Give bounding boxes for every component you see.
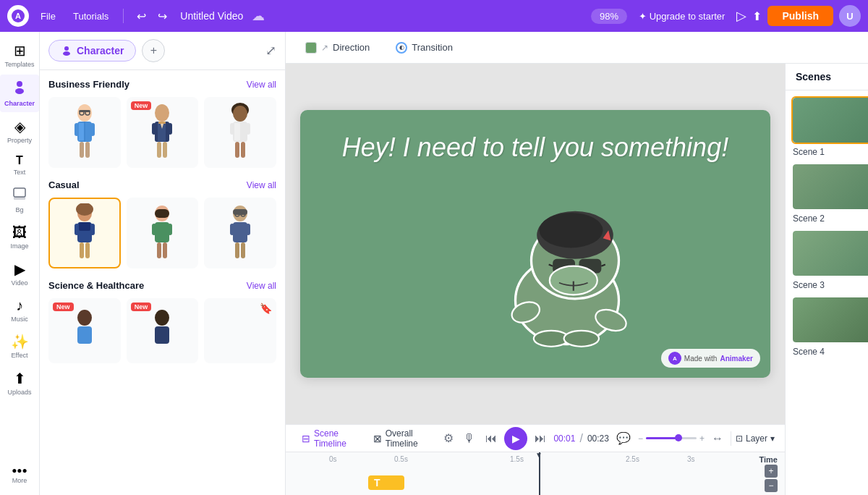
sidebar-item-image[interactable]: 🖼 Image	[0, 220, 39, 255]
sidebar-item-video[interactable]: ▶ Video	[0, 256, 39, 292]
canvas-scenes-row: Hey! I need to tell you something!	[286, 64, 868, 495]
scene-thumb-bg-3	[793, 231, 868, 276]
expand-panel-button[interactable]: ⤢	[265, 43, 276, 59]
character-panel: Character + ⤢ Business Friendly View all	[40, 32, 286, 495]
timeline-track-item[interactable]: T	[368, 475, 404, 490]
character-tab[interactable]: Character	[48, 40, 136, 62]
mic-button[interactable]: 🎙	[461, 431, 478, 447]
business-view-all[interactable]: View all	[247, 80, 276, 90]
character-tab-icon	[61, 45, 72, 56]
add-character-button[interactable]: +	[142, 39, 165, 62]
svg-rect-41	[75, 224, 79, 235]
upgrade-button[interactable]: ✦ Upgrade to starter	[633, 8, 731, 25]
overall-timeline-tab[interactable]: ⊠ Overall Timeline	[367, 426, 434, 452]
sidebar-item-uploads[interactable]: ⬆ Uploads	[0, 365, 39, 401]
svg-point-3	[15, 88, 24, 94]
zoom-in-button[interactable]: +	[765, 465, 778, 478]
canvas-text: Hey! I need to tell you something!	[320, 110, 750, 163]
icon-sidebar: ⊞ Templates Character ◈ Property T Text …	[0, 32, 40, 495]
property-icon: ◈	[14, 118, 25, 135]
preview-button[interactable]: ▷	[736, 8, 746, 24]
char-card-9[interactable]: 🔖	[204, 298, 276, 363]
sidebar-item-character[interactable]: Character	[0, 75, 39, 112]
main-layout: ⊞ Templates Character ◈ Property T Text …	[0, 32, 868, 495]
topbar: A File Tutorials ↩ ↪ Untitled Video ☁ 98…	[0, 0, 868, 32]
canvas[interactable]: Hey! I need to tell you something!	[300, 110, 770, 378]
layer-selector[interactable]: ⊡ Layer ▾	[736, 433, 775, 444]
sidebar-item-effect[interactable]: ✨ Effect	[0, 329, 39, 364]
zoom-level[interactable]: 98%	[591, 9, 627, 24]
user-avatar[interactable]: U	[839, 5, 861, 27]
scene-item-2[interactable]: ▶ Scene 2 00:03	[791, 163, 868, 224]
file-menu[interactable]: File	[35, 8, 61, 25]
sidebar-item-music[interactable]: ♪ Music	[0, 293, 39, 328]
video-title[interactable]: Untitled Video	[180, 10, 243, 22]
ruler-mark-3s: 3s	[687, 455, 695, 463]
scene-thumb-bg-2	[793, 164, 868, 209]
scene-item-4[interactable]: ▶ Scene 4 00:03	[791, 296, 868, 357]
ruler-mark-0s: 0s	[329, 455, 337, 463]
uploads-icon: ⬆	[14, 370, 26, 387]
char-card-2[interactable]: New	[127, 97, 199, 168]
svg-rect-13	[79, 123, 84, 140]
redo-button[interactable]: ↪	[153, 8, 171, 25]
cloud-icon: ☁	[252, 8, 265, 24]
healthcare-view-all[interactable]: View all	[247, 281, 276, 291]
svg-rect-15	[75, 123, 79, 136]
svg-rect-42	[90, 224, 95, 235]
text-icon: T	[16, 154, 23, 167]
transition-icon: ◐	[396, 42, 407, 54]
char-card-8[interactable]: New	[127, 298, 199, 363]
canvas-wrapper: Hey! I need to tell you something!	[286, 64, 785, 424]
scene-thumb-1: ▶	[791, 96, 868, 144]
direction-button[interactable]: ↗ Direction	[296, 38, 379, 58]
separator	[123, 9, 124, 23]
play-button[interactable]: ▶	[504, 427, 527, 450]
scene-name-3: Scene 3	[793, 280, 825, 290]
char-card-1[interactable]	[48, 97, 121, 168]
svg-rect-32	[234, 123, 240, 140]
templates-icon: ⊞	[14, 42, 26, 59]
skip-back-button[interactable]: ⏮	[482, 431, 500, 447]
playhead[interactable]	[539, 452, 540, 495]
char-card-4[interactable]	[48, 198, 121, 268]
char-figure-2	[143, 103, 181, 162]
sidebar-item-bg[interactable]: Bg	[0, 182, 39, 219]
scene-info-1: Scene 1 00:03	[791, 147, 868, 157]
canvas-character	[488, 197, 647, 356]
publish-button[interactable]: Publish	[767, 6, 833, 26]
scene-item-1[interactable]: ▶ Scene 1 00:03	[791, 96, 868, 157]
tutorials-menu[interactable]: Tutorials	[67, 8, 114, 25]
skip-forward-button[interactable]: ⏭	[532, 431, 549, 447]
scene-timeline-icon: ⊟	[302, 433, 310, 444]
expand-button[interactable]: ↔	[709, 431, 726, 447]
scene-info-3: Scene 3 00:03	[791, 280, 868, 290]
sidebar-item-templates[interactable]: ⊞ Templates	[0, 38, 39, 73]
undo-button[interactable]: ↩	[132, 8, 150, 25]
scene-timeline-tab[interactable]: ⊟ Scene Timeline	[296, 426, 360, 452]
zoom-out-button[interactable]: −	[765, 479, 778, 492]
settings-button[interactable]: ⚙	[441, 430, 456, 447]
svg-rect-35	[235, 142, 239, 158]
caption-button[interactable]: 💬	[613, 430, 634, 447]
char-card-6[interactable]	[204, 198, 276, 268]
svg-rect-24	[152, 123, 156, 135]
char-figure-4	[66, 203, 103, 263]
scene-item-3[interactable]: ▶ Scene 3 00:03	[791, 229, 868, 290]
watermark-text: Made with	[684, 355, 718, 363]
sidebar-item-more[interactable]: ●●● More	[0, 461, 39, 489]
svg-point-68	[540, 213, 603, 248]
char-card-3[interactable]	[204, 97, 276, 168]
toolbar: ↗ Direction ◐ Transition	[286, 32, 868, 64]
sidebar-item-property[interactable]: ◈ Property	[0, 114, 39, 149]
share-button[interactable]: ⬆	[752, 9, 762, 23]
sidebar-item-text[interactable]: T Text	[0, 150, 39, 181]
scene-thumb-3: ▶	[791, 229, 868, 277]
char-card-7[interactable]: New	[48, 298, 121, 363]
casual-view-all[interactable]: View all	[247, 180, 276, 190]
transition-button[interactable]: ◐ Transition	[386, 38, 462, 58]
svg-rect-16	[90, 123, 95, 136]
volume-slider[interactable]: − +	[638, 433, 705, 444]
char-card-5[interactable]	[127, 198, 199, 268]
svg-rect-44	[85, 242, 90, 258]
